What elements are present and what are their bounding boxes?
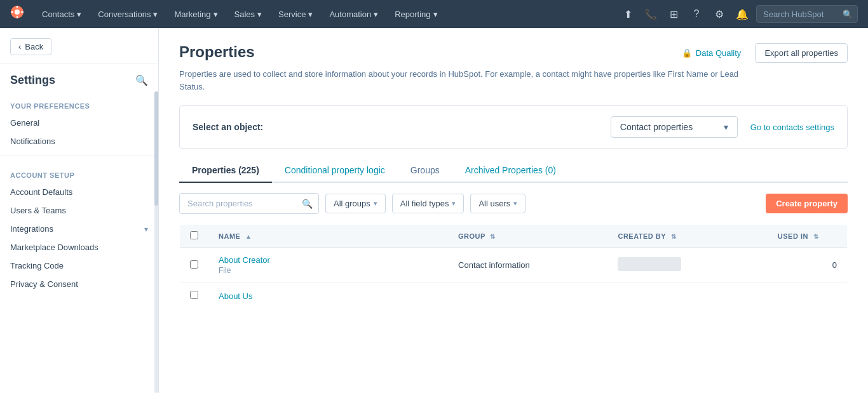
dropdown-chevron-icon: ▾ <box>724 122 728 132</box>
nav-automation[interactable]: Automation ▾ <box>322 0 386 28</box>
upgrade-icon[interactable]: ⬆ <box>619 5 637 23</box>
all-users-filter[interactable]: All users ▾ <box>470 194 526 213</box>
row-name-cell: About Creator File <box>208 248 448 283</box>
row-used-cell <box>768 283 848 309</box>
created-sort-icon: ⇅ <box>671 233 677 240</box>
nav-sales[interactable]: Sales ▾ <box>227 0 270 28</box>
create-property-button[interactable]: Create property <box>766 194 848 213</box>
tab-groups[interactable]: Groups <box>398 159 452 183</box>
page-title: Properties <box>179 43 255 61</box>
search-properties-icon: 🔍 <box>302 199 313 209</box>
marketplace-icon[interactable]: ⊞ <box>665 5 682 23</box>
svg-point-1 <box>15 10 20 15</box>
property-name-link[interactable]: About Us <box>219 291 438 301</box>
used-in-value: 0 <box>832 260 837 270</box>
nav-reporting[interactable]: Reporting ▾ <box>387 0 445 28</box>
sidebar-item-tracking[interactable]: Tracking Code <box>0 256 158 275</box>
go-to-contacts-link[interactable]: Go to contacts settings <box>750 123 834 132</box>
name-sort-icon <box>245 233 252 240</box>
sidebar-scrollbar-thumb <box>154 91 158 206</box>
main-content: Properties 🔒 Data Quality Export all pro… <box>159 28 868 393</box>
lock-icon: 🔒 <box>682 48 692 58</box>
row-used-cell: 0 <box>768 248 848 283</box>
sidebar-divider <box>0 156 158 156</box>
all-users-chevron-icon: ▾ <box>513 199 517 208</box>
sidebar-item-integrations[interactable]: Integrations ▾ <box>0 220 158 238</box>
svg-rect-3 <box>17 16 18 18</box>
nav-service[interactable]: Service ▾ <box>271 0 320 28</box>
search-properties-input[interactable] <box>179 193 319 214</box>
help-icon[interactable]: ? <box>688 5 705 23</box>
group-sort-icon: ⇅ <box>490 233 496 240</box>
data-quality-button[interactable]: 🔒 Data Quality <box>675 44 748 62</box>
tab-conditional-logic[interactable]: Conditional property logic <box>272 159 398 183</box>
sidebar-item-notifications[interactable]: Notifications <box>0 132 158 150</box>
export-all-button[interactable]: Export all properties <box>755 43 848 63</box>
sidebar-back-section: ‹ Back <box>0 28 158 63</box>
svg-rect-5 <box>21 11 24 13</box>
property-group: Contact information <box>458 260 530 270</box>
back-button[interactable]: ‹ Back <box>10 38 51 55</box>
all-field-types-label: All field types <box>400 199 449 208</box>
property-name-link[interactable]: About Creator <box>219 255 438 265</box>
sidebar-item-privacy[interactable]: Privacy & Consent <box>0 275 158 293</box>
select-all-checkbox[interactable] <box>190 231 198 239</box>
th-group[interactable]: GROUP ⇅ <box>448 225 607 248</box>
svg-rect-4 <box>11 11 13 13</box>
th-name[interactable]: NAME <box>208 225 448 248</box>
all-field-types-chevron-icon: ▾ <box>452 199 456 208</box>
nav-marketing[interactable]: Marketing ▾ <box>166 0 225 28</box>
table-body: About Creator File Contact information 0 <box>180 248 848 309</box>
properties-description: Properties are used to collect and store… <box>179 68 751 93</box>
top-nav-search-wrapper: 🔍 <box>756 5 858 23</box>
all-groups-filter[interactable]: All groups ▾ <box>325 194 386 213</box>
notifications-icon[interactable]: 🔔 <box>733 5 751 23</box>
sidebar-item-users-teams[interactable]: Users & Teams <box>0 201 158 220</box>
row-checkbox[interactable] <box>190 291 198 299</box>
svg-rect-2 <box>17 6 18 8</box>
all-field-types-filter[interactable]: All field types ▾ <box>392 194 465 213</box>
sidebar-search-icon[interactable]: 🔍 <box>135 74 148 86</box>
search-properties-wrapper: 🔍 <box>179 193 319 214</box>
all-groups-label: All groups <box>334 199 370 208</box>
nav-conversations[interactable]: Conversations ▾ <box>90 0 165 28</box>
sidebar: ‹ Back Settings 🔍 Your Preferences Gener… <box>0 28 159 393</box>
row-checkbox-cell <box>180 283 209 309</box>
usedin-sort-icon: ⇅ <box>813 233 819 240</box>
properties-table: NAME GROUP ⇅ CREATED BY ⇅ USED IN ⇅ <box>179 224 848 309</box>
sidebar-item-general[interactable]: General <box>0 114 158 132</box>
nav-contacts[interactable]: Contacts ▾ <box>34 0 89 28</box>
property-type: File <box>219 266 438 275</box>
row-name-cell: About Us <box>208 283 448 309</box>
row-group-cell <box>448 283 607 309</box>
export-label: Export all properties <box>764 48 838 58</box>
th-created-by[interactable]: CREATED BY ⇅ <box>607 225 767 248</box>
data-quality-label: Data Quality <box>696 48 742 58</box>
sidebar-header: Settings 🔍 <box>0 63 158 92</box>
top-nav-links: Contacts ▾ Conversations ▾ Marketing ▾ S… <box>34 0 445 28</box>
select-object-right: Contact properties ▾ Go to contacts sett… <box>611 116 834 138</box>
sidebar-section-account-label: Account Setup <box>0 161 158 183</box>
hubspot-logo[interactable] <box>10 5 24 23</box>
top-navigation: Contacts ▾ Conversations ▾ Marketing ▾ S… <box>0 0 868 28</box>
all-groups-chevron-icon: ▾ <box>374 199 377 208</box>
all-users-label: All users <box>478 199 510 208</box>
sidebar-item-marketplace[interactable]: Marketplace Downloads <box>0 238 158 256</box>
row-checkbox[interactable] <box>190 260 198 269</box>
tab-archived-properties[interactable]: Archived Properties (0) <box>452 159 569 183</box>
selected-object-value: Contact properties <box>620 122 693 132</box>
top-nav-left: Contacts ▾ Conversations ▾ Marketing ▾ S… <box>10 0 445 28</box>
header-actions: 🔒 Data Quality Export all properties <box>675 43 848 63</box>
back-arrow-icon: ‹ <box>18 42 21 51</box>
table-row: About Creator File Contact information 0 <box>180 248 848 283</box>
object-type-dropdown[interactable]: Contact properties ▾ <box>611 116 738 138</box>
row-created-cell <box>607 283 767 309</box>
sidebar-item-account-defaults[interactable]: Account Defaults <box>0 183 158 201</box>
row-group-cell: Contact information <box>448 248 607 283</box>
sidebar-section-preferences-label: Your Preferences <box>0 92 158 114</box>
phone-icon[interactable]: 📞 <box>642 5 660 23</box>
table-row: About Us <box>180 283 848 309</box>
tab-properties[interactable]: Properties (225) <box>179 159 272 183</box>
settings-icon[interactable]: ⚙ <box>710 5 728 23</box>
th-used-in[interactable]: USED IN ⇅ <box>768 225 848 248</box>
